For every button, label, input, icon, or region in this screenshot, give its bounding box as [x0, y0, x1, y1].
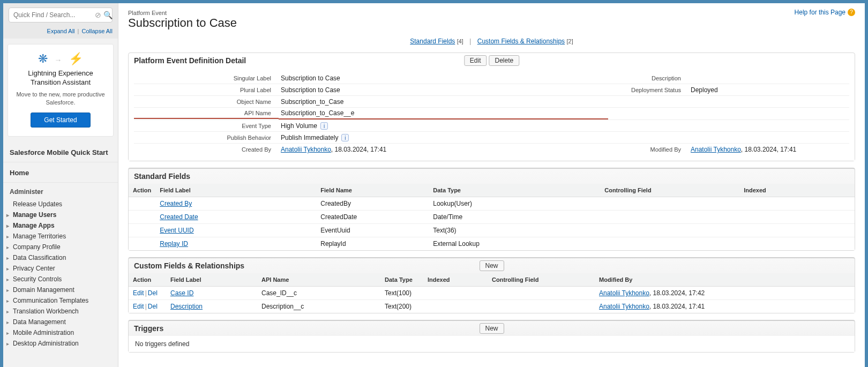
sidebar-item[interactable]: Manage Apps — [13, 220, 118, 231]
field-label-link[interactable]: Created Date — [160, 213, 198, 221]
plural-label-value: Subscription to Case — [279, 85, 608, 95]
object-name-value: Subscription_to_Case — [279, 96, 608, 107]
table-row: Event UUIDEventUuidText(36) — [129, 224, 855, 237]
expand-all-link[interactable]: Expand All — [47, 28, 75, 34]
mobile-quick-start[interactable]: Salesforce Mobile Quick Start — [3, 142, 118, 162]
clear-icon[interactable]: ⊘ — [95, 11, 101, 19]
table-row: Replay IDReplayIdExternal Lookup — [129, 237, 855, 251]
sidebar-home[interactable]: Home — [3, 162, 118, 183]
sidebar-item[interactable]: Security Controls — [13, 274, 118, 284]
triggers-empty-text: No triggers defined — [129, 336, 855, 352]
anchor-custom-fields[interactable]: Custom Fields & Relationships — [477, 38, 565, 45]
created-by-value: Anatolii Tykhonko, 18.03.2024, 17:41 — [279, 144, 608, 155]
sidebar-item[interactable]: Manage Territories — [13, 231, 118, 242]
promo-desc: Move to the new, more productive Salesfo… — [14, 91, 107, 107]
quick-find-search[interactable]: ⊘ 🔍 — [9, 8, 113, 23]
description-value — [689, 77, 849, 80]
page-type: Platform Event — [128, 10, 237, 16]
sidebar-item[interactable]: Data Management — [13, 317, 118, 327]
get-started-button[interactable]: Get Started — [31, 113, 90, 128]
help-link[interactable]: Help for this Page ? — [795, 9, 855, 16]
singular-label-value: Subscription to Case — [279, 73, 608, 84]
edit-link[interactable]: Edit — [133, 303, 144, 310]
standard-fields-section: Standard Fields Action Field Label Field… — [128, 168, 855, 251]
sidebar-item[interactable]: Translation Workbench — [13, 306, 118, 317]
custom-fields-section: Custom Fields & Relationships New Action… — [128, 257, 855, 313]
edit-button[interactable]: Edit — [464, 55, 487, 66]
custom-fields-heading: Custom Fields & Relationships — [134, 261, 244, 270]
table-row: Edit|DelCase IDCase_ID__cText(100)Anatol… — [129, 287, 855, 300]
lightning-promo: ❋ → ⚡ Lightning Experience Transition As… — [8, 44, 114, 137]
modified-by-user-link[interactable]: Anatolii Tykhonko — [691, 146, 741, 153]
sidebar-item[interactable]: Desktop Administration — [13, 338, 118, 349]
deployment-status-value: Deployed — [689, 85, 849, 95]
del-link[interactable]: Del — [148, 289, 158, 297]
new-field-button[interactable]: New — [479, 260, 504, 271]
page-title: Subscription to Case — [128, 16, 237, 30]
search-icon[interactable]: 🔍 — [103, 11, 113, 19]
new-trigger-button[interactable]: New — [479, 323, 504, 334]
modified-by-value: Anatolii Tykhonko, 18.03.2024, 17:41 — [689, 144, 849, 155]
triggers-heading: Triggers — [134, 324, 163, 333]
sidebar-item[interactable]: Privacy Center — [13, 263, 118, 274]
sidebar-item[interactable]: Communication Templates — [13, 295, 118, 306]
del-link[interactable]: Del — [148, 303, 158, 310]
table-row: Edit|DelDescriptionDescription__cText(20… — [129, 300, 855, 313]
arrow-right-icon: → — [51, 56, 65, 64]
info-icon[interactable]: i — [320, 122, 328, 130]
sidebar-item[interactable]: Domain Management — [13, 284, 118, 295]
collapse-all-link[interactable]: Collapse All — [82, 28, 113, 34]
modified-by-link[interactable]: Anatolii Tykhonko — [599, 303, 649, 310]
edit-link[interactable]: Edit — [133, 289, 144, 297]
field-label-link[interactable]: Case ID — [170, 289, 193, 297]
lightning-icon: ⚡ — [69, 52, 83, 65]
sidebar-item[interactable]: Manage Users — [13, 209, 118, 220]
table-row: Created ByCreatedByLookup(User) — [129, 197, 855, 211]
field-label-link[interactable]: Event UUID — [160, 227, 193, 234]
standard-fields-heading: Standard Fields — [134, 172, 190, 181]
api-name-value: Subscription_to_Case__e — [279, 108, 608, 119]
modified-by-link[interactable]: Anatolii Tykhonko — [599, 289, 649, 297]
table-row: Created DateCreatedDateDate/Time — [129, 211, 855, 224]
field-label-link[interactable]: Created By — [160, 200, 192, 207]
search-input[interactable] — [12, 9, 95, 21]
definition-detail-section: Platform Event Definition Detail Edit De… — [128, 53, 855, 161]
help-icon: ? — [848, 9, 855, 16]
sidebar-item[interactable]: Data Classification — [13, 252, 118, 263]
anchor-standard-fields[interactable]: Standard Fields — [410, 38, 455, 45]
flower-icon: ❋ — [38, 52, 48, 65]
promo-title: Lightning Experience Transition Assistan… — [14, 69, 107, 87]
sidebar-item[interactable]: Release Updates — [13, 199, 118, 209]
field-label-link[interactable]: Description — [170, 303, 203, 310]
created-by-user-link[interactable]: Anatolii Tykhonko — [281, 146, 331, 153]
delete-button[interactable]: Delete — [489, 55, 520, 66]
main-content: Platform Event Subscription to Case Help… — [118, 3, 865, 367]
sidebar-administer-heading: Administer — [3, 183, 118, 198]
event-type-value: High Volumei — [279, 121, 608, 131]
sidebar-item[interactable]: Company Profile — [13, 242, 118, 252]
info-icon[interactable]: i — [341, 134, 349, 141]
sidebar-item[interactable]: Mobile Administration — [13, 327, 118, 338]
triggers-section: Triggers New No triggers defined — [128, 320, 855, 353]
publish-behavior-value: Publish Immediatelyi — [279, 132, 608, 143]
definition-detail-heading: Platform Event Definition Detail — [134, 56, 246, 65]
sidebar: ⊘ 🔍 Expand All | Collapse All ❋ → ⚡ Ligh… — [3, 3, 118, 367]
field-label-link[interactable]: Replay ID — [160, 240, 188, 248]
